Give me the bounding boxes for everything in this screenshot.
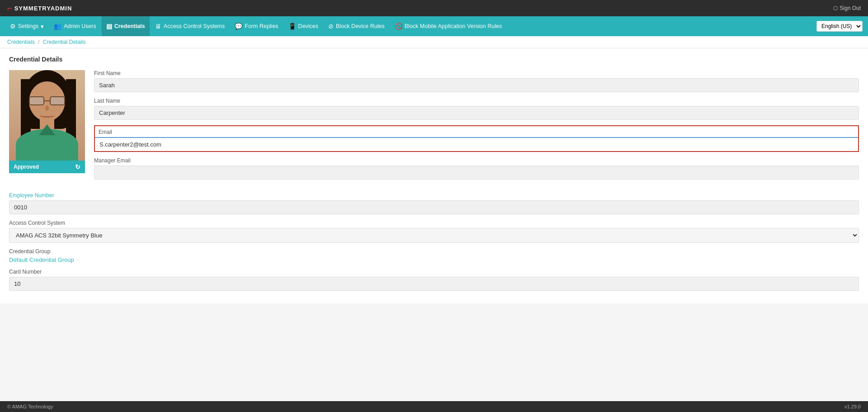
nav-admin-users[interactable]: 👥 Admin Users <box>49 16 101 36</box>
employee-number-input[interactable] <box>9 200 859 214</box>
form-replies-icon: 💬 <box>235 23 242 30</box>
last-name-input[interactable] <box>94 106 859 120</box>
breadcrumb-current[interactable]: Credential Details <box>43 39 86 45</box>
avatar-status: Approved ↻ <box>9 161 85 173</box>
nav-form-replies[interactable]: 💬 Form Replies <box>230 16 283 36</box>
logo-icon: ⌐ <box>7 4 13 13</box>
sign-out-icon: ⬡ <box>833 5 838 11</box>
nav-devices[interactable]: 📱 Devices <box>284 16 323 36</box>
footer: © AMAG Technology v1.29.0 <box>0 401 868 412</box>
first-name-input[interactable] <box>94 78 859 92</box>
first-name-label: First Name <box>94 70 859 76</box>
breadcrumb: Credentials / Credential Details <box>0 36 868 48</box>
dropdown-icon: ▾ <box>41 23 44 30</box>
last-name-group: Last Name <box>94 98 859 120</box>
email-error-group: Email <box>94 125 859 152</box>
breadcrumb-separator: / <box>38 39 41 45</box>
nav-settings[interactable]: ⚙ Settings ▾ <box>5 16 48 36</box>
nav-credentials[interactable]: ▤ Credentials <box>102 16 150 36</box>
refresh-icon[interactable]: ↻ <box>75 163 80 170</box>
card-number-group: Card Number <box>9 269 859 291</box>
nav-block-mobile[interactable]: 🚫 Block Mobile Application Version Rules <box>390 16 506 36</box>
credentials-icon: ▤ <box>106 23 112 30</box>
block-mobile-icon: 🚫 <box>395 23 402 30</box>
breadcrumb-parent[interactable]: Credentials <box>7 39 35 45</box>
nav-block-device-rules[interactable]: ⊘ Block Device Rules <box>324 16 389 36</box>
copyright: © AMAG Technology <box>7 404 53 409</box>
version: v1.29.0 <box>844 404 861 409</box>
lower-form: Employee Number Access Control System AM… <box>9 192 859 291</box>
credential-group-link[interactable]: Default Credential Group <box>9 256 74 263</box>
logo: ⌐ SYMMETRYADMIN <box>7 4 72 13</box>
nav-items: ⚙ Settings ▾ 👥 Admin Users ▤ Credentials… <box>5 16 506 36</box>
settings-icon: ⚙ <box>10 23 16 30</box>
main-content: Credential Details <box>0 48 868 303</box>
devices-icon: 📱 <box>288 23 296 30</box>
credential-group-label: Credential Group <box>9 248 859 255</box>
access-control-icon: 🖥 <box>155 23 161 30</box>
avatar-col: Approved ↻ <box>9 70 85 185</box>
language-select[interactable]: English (US) <box>816 21 863 32</box>
credential-group-group: Credential Group Default Credential Grou… <box>9 248 859 263</box>
acs-select[interactable]: AMAG ACS 32bit Symmetry Blue <box>9 228 859 243</box>
top-bar: ⌐ SYMMETRYADMIN ⬡ Sign Out <box>0 0 868 16</box>
email-input[interactable] <box>95 137 858 151</box>
avatar-image <box>9 70 85 161</box>
content-wrapper: Credential Details <box>0 48 868 401</box>
manager-email-label: Manager Email <box>94 157 859 164</box>
block-device-icon: ⊘ <box>328 23 334 30</box>
card-number-input[interactable] <box>9 277 859 291</box>
nav-access-control[interactable]: 🖥 Access Control Systems <box>151 16 229 36</box>
last-name-label: Last Name <box>94 98 859 104</box>
form-col: First Name Last Name Email Manager Email <box>94 70 859 185</box>
status-label: Approved <box>14 164 39 170</box>
nav-bar: ⚙ Settings ▾ 👥 Admin Users ▤ Credentials… <box>0 16 868 36</box>
email-label: Email <box>95 126 858 135</box>
section-title: Credential Details <box>9 56 859 63</box>
card-number-label: Card Number <box>9 269 859 275</box>
manager-email-group: Manager Email <box>94 157 859 180</box>
credential-form: Approved ↻ First Name Last Name E <box>9 70 859 185</box>
first-name-group: First Name <box>94 70 859 92</box>
employee-number-label: Employee Number <box>9 192 859 199</box>
acs-label: Access Control System <box>9 220 859 226</box>
manager-email-input[interactable] <box>94 166 859 180</box>
admin-users-icon: 👥 <box>54 23 61 30</box>
acs-group: Access Control System AMAG ACS 32bit Sym… <box>9 220 859 243</box>
sign-out-button[interactable]: ⬡ Sign Out <box>833 5 861 11</box>
logo-text: SYMMETRYADMIN <box>14 5 72 12</box>
employee-number-group: Employee Number <box>9 192 859 214</box>
